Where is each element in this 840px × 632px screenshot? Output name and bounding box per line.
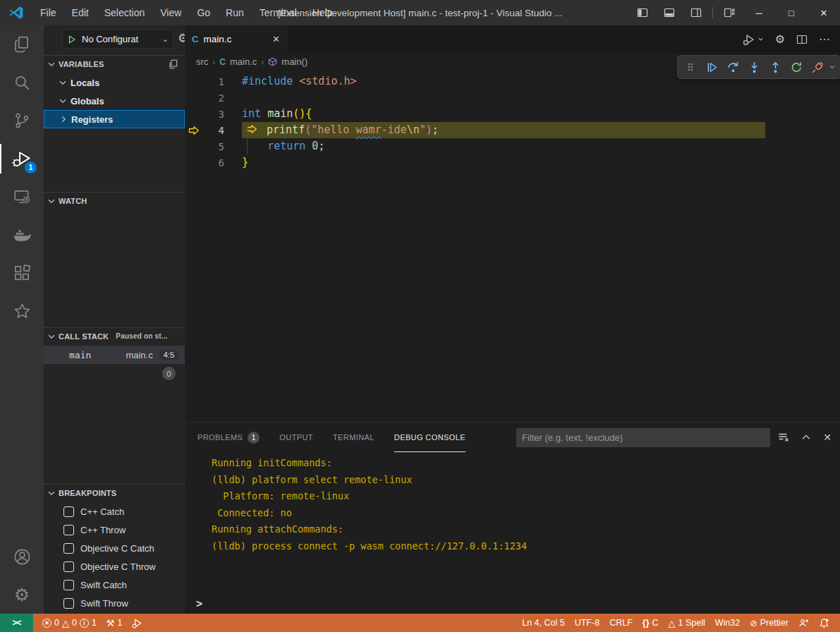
maximize-panel-icon[interactable] [801, 432, 811, 442]
activity-item-remote-explorer[interactable] [0, 178, 44, 216]
debug-step-into-icon[interactable] [745, 59, 762, 75]
debug-config-dropdown[interactable]: No Configurat ⌄ [62, 30, 174, 49]
watch-section-header[interactable]: WATCH [44, 192, 185, 209]
start-debug-icon[interactable] [67, 35, 77, 44]
copy-value-icon[interactable] [168, 59, 178, 69]
breakpoint-checkbox[interactable] [63, 543, 74, 554]
split-editor-icon[interactable] [796, 34, 808, 45]
encoding-status[interactable]: UTF-8 [570, 614, 604, 632]
variables-item-registers[interactable]: Registers [44, 110, 185, 128]
breakpoints-section-header[interactable]: BREAKPOINTS [44, 484, 185, 501]
close-panel-icon[interactable]: ✕ [823, 432, 832, 443]
breakpoint-row[interactable]: Swift Catch [44, 576, 185, 594]
console-input-prompt[interactable]: > [196, 597, 202, 610]
clear-console-icon[interactable] [778, 432, 789, 443]
breakpoint-row[interactable]: Swift Throw [44, 594, 185, 612]
menu-edit[interactable]: Edit [64, 0, 97, 25]
more-actions-icon[interactable]: ⋯ [819, 34, 830, 45]
activity-item-source-control[interactable] [0, 102, 44, 140]
eol-status[interactable]: CRLF [604, 614, 638, 632]
variables-item-globals[interactable]: Globals [44, 92, 185, 110]
debug-configure-gear-icon[interactable]: ⚙ [178, 32, 185, 44]
toggle-panel-icon[interactable] [656, 0, 683, 25]
call-stack-frame-row[interactable]: main main.c 4:5 [44, 346, 185, 364]
activity-item-extensions[interactable] [0, 254, 44, 292]
language-mode[interactable]: {} C [638, 614, 664, 632]
chevron-down-icon[interactable] [829, 63, 836, 71]
menu-go[interactable]: Go [189, 0, 218, 25]
code-editor[interactable]: 1#include <stdio.h>23int main(){4printf(… [185, 71, 840, 422]
debug-status-icon[interactable] [127, 614, 147, 632]
panel-tab-output[interactable]: OUTPUT [279, 423, 313, 452]
panel-tab-terminal[interactable]: TERMINAL [333, 423, 375, 452]
customize-layout-icon[interactable] [716, 0, 743, 25]
problems-status[interactable]: ✕ 0 △ 0 i 1 [37, 614, 102, 632]
variables-item-locals[interactable]: Locals [44, 73, 185, 92]
activity-item-marketplace[interactable] [0, 292, 44, 330]
debug-stackframe-inline-icon [246, 123, 257, 135]
errors-icon: ✕ [42, 619, 51, 628]
breakpoint-row[interactable]: C++ Throw [44, 521, 185, 539]
breakpoint-row[interactable]: Objective C Throw [44, 557, 185, 576]
breakpoint-checkbox[interactable] [63, 506, 74, 517]
tool-issues-status[interactable]: ⚒ 1 [102, 614, 128, 632]
breakpoint-row[interactable]: Objective C Catch [44, 539, 185, 557]
tab-main-c[interactable]: C main.c ✕ [185, 25, 288, 53]
settings-gear-icon[interactable]: ⚙ [775, 34, 785, 45]
toggle-secondary-sidebar-icon[interactable] [683, 0, 710, 25]
code-token: #include [242, 75, 293, 87]
close-button[interactable]: ✕ [808, 0, 840, 25]
debug-disconnect-icon[interactable] [809, 59, 826, 75]
activity-item-explorer[interactable] [0, 25, 44, 63]
breadcrumb-symbol[interactable]: main() [281, 56, 308, 67]
formatter-label: Prettier [760, 618, 789, 628]
activity-item-accounts[interactable] [0, 537, 44, 576]
frame-file-name: main.c [126, 350, 152, 360]
breakpoint-checkbox[interactable] [63, 561, 74, 572]
toggle-sidebar-icon[interactable] [629, 0, 656, 25]
breakpoint-row[interactable]: C++ Catch [44, 502, 185, 521]
breakpoint-checkbox[interactable] [63, 525, 74, 535]
remote-explorer-icon [13, 188, 31, 206]
menu-terminal[interactable]: Terminal [252, 0, 305, 25]
code-line-4: 4printf("hello wamr-ide\n"); [185, 122, 840, 138]
debug-step-out-icon[interactable] [767, 59, 784, 75]
menu-selection[interactable]: Selection [97, 0, 153, 25]
remote-indicator[interactable]: >< [0, 614, 33, 632]
activity-item-settings[interactable]: ⚙ [0, 576, 44, 614]
notifications-bell-icon[interactable] [814, 614, 834, 632]
breakpoint-checkbox[interactable] [63, 598, 74, 609]
console-line: Platform: remote-linux [212, 488, 527, 505]
maximize-button[interactable]: □ [775, 0, 808, 25]
drag-handle-icon[interactable] [682, 59, 699, 75]
spell-checker-status[interactable]: △ 1 Spell [664, 614, 710, 632]
run-or-debug-icon[interactable] [743, 33, 764, 46]
panel-tab-problems[interactable]: PROBLEMS1 [197, 423, 260, 452]
activity-item-run-and-debug[interactable]: 1 [0, 140, 44, 178]
breakpoint-checkbox[interactable] [63, 580, 74, 590]
menu-view[interactable]: View [152, 0, 189, 25]
formatter-status[interactable]: ⊘ Prettier [745, 614, 793, 632]
cursor-position[interactable]: Ln 4, Col 5 [517, 614, 569, 632]
menu-run[interactable]: Run [218, 0, 252, 25]
variables-section-header[interactable]: VARIABLES [44, 55, 185, 72]
menu-file[interactable]: File [32, 0, 64, 25]
breadcrumb-folder[interactable]: src [196, 56, 208, 67]
debug-config-label: No Configurat [82, 34, 161, 44]
console-line: (lldb) platform select remote-linux [212, 472, 527, 489]
tab-bar: C main.c ✕ ⚙ ⋯ [185, 25, 840, 53]
debug-step-over-icon[interactable] [724, 59, 741, 75]
activity-item-docker[interactable] [0, 216, 44, 254]
activity-item-search[interactable] [0, 63, 44, 102]
debug-restart-icon[interactable] [788, 59, 805, 75]
feedback-icon[interactable] [793, 614, 814, 632]
platform-status[interactable]: Win32 [710, 614, 745, 632]
menu-help[interactable]: Help [305, 0, 341, 25]
console-filter-input[interactable] [516, 428, 770, 447]
debug-continue-icon[interactable] [703, 59, 720, 75]
call-stack-section-header[interactable]: CALL STACK Paused on st... [44, 327, 185, 344]
breadcrumb-file[interactable]: main.c [230, 56, 257, 67]
panel-tab-debug-console[interactable]: DEBUG CONSOLE [394, 423, 465, 452]
minimize-button[interactable]: ─ [743, 0, 775, 25]
close-tab-icon[interactable]: ✕ [272, 34, 280, 44]
